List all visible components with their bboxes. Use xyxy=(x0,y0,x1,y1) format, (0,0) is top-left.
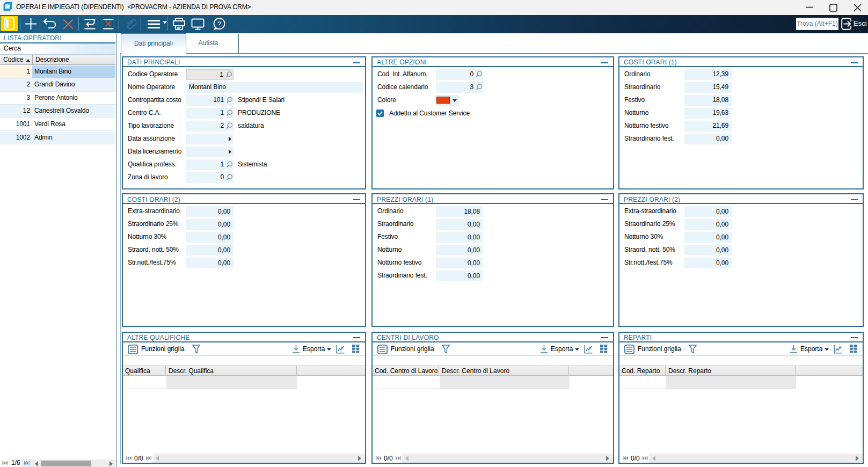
svg-text:?: ? xyxy=(217,20,221,28)
